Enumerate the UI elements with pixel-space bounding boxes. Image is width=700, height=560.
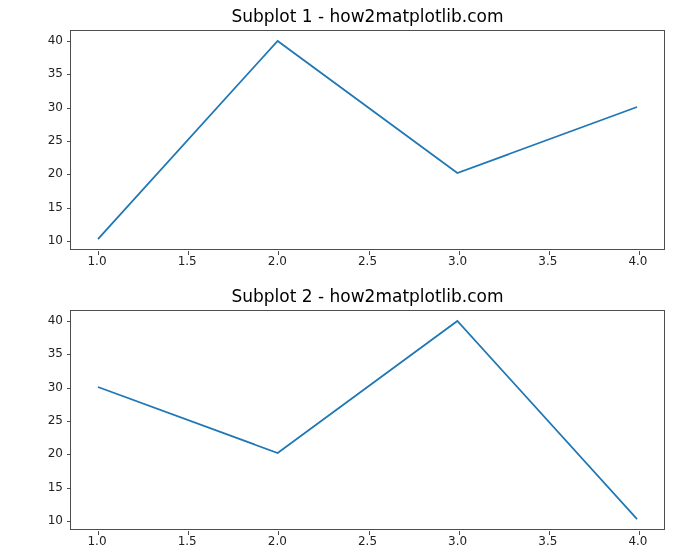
x-tick-label: 1.5 [178, 254, 197, 268]
y-tick-label: 25 [23, 133, 63, 147]
y-tick-label: 30 [23, 380, 63, 394]
y-tick-mark [67, 388, 71, 389]
y-tick-label: 40 [23, 313, 63, 327]
subplot-1-axes [70, 30, 665, 250]
y-tick-mark [67, 321, 71, 322]
subplot-2-line [71, 311, 664, 529]
y-tick-label: 35 [23, 66, 63, 80]
y-tick-mark [67, 454, 71, 455]
y-tick-mark [67, 141, 71, 142]
x-tick-label: 4.0 [628, 534, 647, 548]
y-tick-label: 10 [23, 233, 63, 247]
subplot-2: Subplot 2 - how2matplotlib.com 101520253… [70, 310, 665, 530]
y-tick-label: 10 [23, 513, 63, 527]
x-tick-label: 2.5 [358, 254, 377, 268]
x-tick-label: 2.0 [268, 534, 287, 548]
y-tick-label: 20 [23, 446, 63, 460]
y-tick-mark [67, 174, 71, 175]
y-tick-mark [67, 208, 71, 209]
y-tick-label: 20 [23, 166, 63, 180]
x-tick-label: 3.0 [448, 254, 467, 268]
x-tick-label: 1.0 [87, 534, 106, 548]
x-tick-label: 2.0 [268, 254, 287, 268]
y-tick-mark [67, 521, 71, 522]
y-tick-mark [67, 421, 71, 422]
y-tick-mark [67, 41, 71, 42]
y-tick-mark [67, 354, 71, 355]
y-tick-label: 35 [23, 346, 63, 360]
x-tick-label: 1.5 [178, 534, 197, 548]
y-tick-mark [67, 74, 71, 75]
y-tick-label: 15 [23, 200, 63, 214]
subplot-1: Subplot 1 - how2matplotlib.com 101520253… [70, 30, 665, 250]
figure: Subplot 1 - how2matplotlib.com 101520253… [0, 0, 700, 560]
subplot-2-axes [70, 310, 665, 530]
y-tick-label: 30 [23, 100, 63, 114]
subplot-2-series-0 [98, 321, 637, 519]
x-tick-label: 2.5 [358, 534, 377, 548]
subplot-2-title: Subplot 2 - how2matplotlib.com [70, 286, 665, 306]
subplot-1-line [71, 31, 664, 249]
y-tick-mark [67, 108, 71, 109]
y-tick-label: 40 [23, 33, 63, 47]
x-tick-label: 4.0 [628, 254, 647, 268]
y-tick-mark [67, 488, 71, 489]
x-tick-label: 3.5 [538, 254, 557, 268]
x-tick-label: 1.0 [87, 254, 106, 268]
x-tick-label: 3.0 [448, 534, 467, 548]
y-tick-label: 25 [23, 413, 63, 427]
subplot-1-series-0 [98, 41, 637, 239]
x-tick-label: 3.5 [538, 534, 557, 548]
y-tick-label: 15 [23, 480, 63, 494]
y-tick-mark [67, 241, 71, 242]
subplot-1-title: Subplot 1 - how2matplotlib.com [70, 6, 665, 26]
